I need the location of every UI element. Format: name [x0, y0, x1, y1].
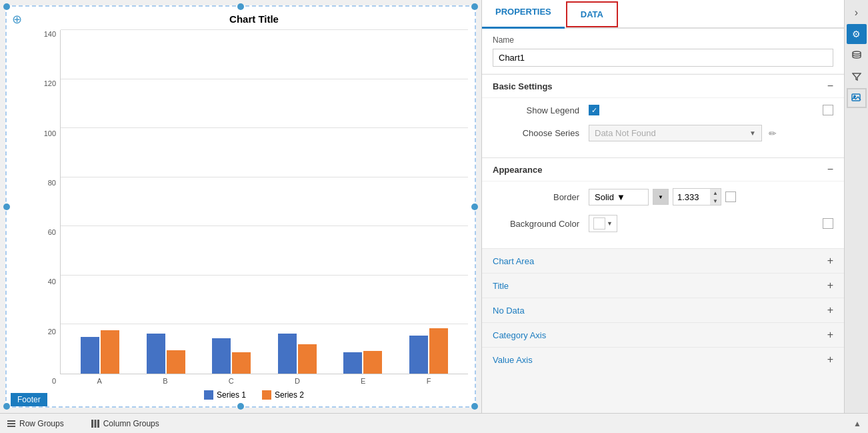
svg-rect-3: [7, 420, 15, 422]
choose-series-row: Choose Series Data Not Found ▼ ✏: [493, 125, 833, 141]
show-legend-checkbox-2[interactable]: [823, 105, 833, 115]
border-width-input: ▲ ▼: [673, 188, 721, 205]
border-label: Border: [493, 192, 579, 202]
background-color-label: Background Color: [493, 219, 579, 229]
svg-rect-5: [7, 426, 15, 427]
sidebar-icons: › ⚙: [844, 0, 868, 413]
background-color-row: Background Color ▼: [493, 215, 833, 232]
spin-down-btn[interactable]: ▼: [710, 197, 721, 205]
svg-rect-7: [94, 420, 96, 428]
tabs-row: PROPERTIES DATA: [482, 0, 844, 29]
y-axis: 0 20 40 60 80 100 120 140: [40, 30, 56, 385]
bg-color-box: [593, 218, 605, 230]
svg-rect-8: [97, 420, 99, 428]
bar-f-s2: [429, 328, 448, 374]
basic-settings-title: Basic Settings: [493, 81, 553, 91]
bar-c-s1: [212, 338, 231, 374]
name-input[interactable]: [493, 49, 833, 67]
bottom-bar: Row Groups Column Groups ▲: [0, 413, 868, 433]
data-not-found-text: Data Not Found: [595, 128, 656, 138]
show-legend-checkbox[interactable]: ✓: [589, 105, 599, 115]
legend-label-s2: Series 2: [275, 390, 304, 400]
bar-group-f: [409, 328, 448, 374]
expand-icon[interactable]: ▲: [853, 419, 861, 428]
bg-checkbox[interactable]: [823, 218, 833, 229]
value-axis-plus: +: [827, 354, 833, 366]
border-style-dropdown[interactable]: Solid ▼: [589, 189, 649, 205]
row-groups-icon: [7, 419, 16, 428]
category-axis-label: Category Axis: [493, 330, 546, 340]
choose-series-dropdown[interactable]: Data Not Found ▼: [589, 125, 762, 141]
choose-series-label: Choose Series: [493, 128, 579, 138]
bar-f-s1: [409, 336, 428, 374]
basic-settings-header: Basic Settings −: [482, 74, 844, 97]
chart-title: Chart Title: [40, 13, 468, 25]
bar-group-b: [147, 334, 185, 374]
bar-group-c: [212, 338, 251, 374]
appearance-body: Border Solid ▼ ▼ ▲ ▼: [482, 181, 844, 248]
legend-label-s1: Series 1: [217, 390, 246, 400]
category-axis-plus: +: [827, 329, 833, 341]
spin-buttons: ▲ ▼: [710, 189, 721, 205]
sidebar-image-btn[interactable]: [847, 88, 867, 108]
value-axis-row[interactable]: Value Axis +: [482, 347, 844, 372]
properties-pane: PROPERTIES DATA Name Basic Settings − Sh…: [482, 0, 844, 413]
chart-legend: Series 1 Series 2: [40, 390, 468, 400]
sidebar-settings-btn[interactable]: ⚙: [847, 24, 867, 44]
bar-d-s1: [278, 334, 297, 374]
bar-b-s2: [167, 350, 185, 374]
chart-canvas: ⊕ Chart Title 0 20 40 60 80 100 120 140: [5, 5, 476, 408]
border-checkbox[interactable]: [725, 191, 736, 202]
background-color-content: ▼: [589, 215, 833, 232]
value-axis-label: Value Axis: [493, 355, 533, 365]
resize-handle-tl[interactable]: [3, 3, 10, 10]
chevron-right-icon[interactable]: ›: [853, 3, 859, 23]
resize-handle-bc[interactable]: [237, 403, 244, 410]
title-row[interactable]: Title +: [482, 273, 844, 298]
appearance-toggle[interactable]: −: [827, 163, 833, 175]
resize-handle-tc[interactable]: [237, 3, 244, 10]
column-groups-label: Column Groups: [103, 419, 159, 428]
chart-area-row[interactable]: Chart Area +: [482, 248, 844, 273]
bar-group-d: [278, 334, 317, 374]
name-section: Name: [482, 29, 844, 73]
resize-handle-tr[interactable]: [471, 3, 478, 10]
swatch-dropdown-arrow: ▼: [658, 194, 663, 200]
tab-properties[interactable]: PROPERTIES: [482, 0, 565, 29]
border-dropdown-arrow: ▼: [617, 192, 625, 202]
bar-b-s1: [147, 334, 165, 374]
bar-e-s1: [343, 352, 362, 374]
no-data-plus: +: [827, 304, 833, 316]
chart-grid: [60, 30, 468, 374]
basic-settings-body: Show Legend ✓ Choose Series Data Not Fou…: [482, 97, 844, 157]
move-icon[interactable]: ⊕: [12, 12, 22, 27]
sidebar-database-btn[interactable]: [847, 45, 867, 65]
spin-up-btn[interactable]: ▲: [710, 189, 721, 197]
svg-rect-6: [91, 420, 93, 428]
resize-handle-mr[interactable]: [471, 203, 478, 210]
edit-icon[interactable]: ✏: [769, 128, 777, 139]
resize-handle-br[interactable]: [471, 403, 478, 410]
resize-handle-ml[interactable]: [3, 203, 10, 210]
name-label: Name: [493, 35, 833, 45]
svg-point-0: [853, 51, 861, 54]
legend-color-s2: [262, 390, 271, 400]
bg-dropdown-arrow-icon: ▼: [607, 220, 613, 227]
show-legend-row: Show Legend ✓: [493, 105, 833, 115]
basic-settings-toggle[interactable]: −: [827, 80, 833, 92]
sidebar-filter-btn[interactable]: [847, 67, 867, 87]
row-groups-item[interactable]: Row Groups: [7, 419, 64, 428]
resize-handle-bl[interactable]: [3, 403, 10, 410]
column-groups-item[interactable]: Column Groups: [91, 419, 159, 428]
x-axis: ABCDEF: [60, 374, 468, 385]
category-axis-row[interactable]: Category Axis +: [482, 322, 844, 347]
appearance-title: Appearance: [493, 165, 542, 175]
border-color-swatch[interactable]: ▼: [653, 189, 669, 205]
border-width-field[interactable]: [673, 189, 710, 205]
choose-series-content: Data Not Found ▼ ✏: [589, 125, 833, 141]
chart-footer: Footer: [11, 393, 47, 406]
tab-data[interactable]: DATA: [566, 1, 618, 27]
appearance-header: Appearance −: [482, 157, 844, 181]
no-data-row[interactable]: No Data +: [482, 298, 844, 322]
background-color-swatch[interactable]: ▼: [589, 215, 617, 232]
